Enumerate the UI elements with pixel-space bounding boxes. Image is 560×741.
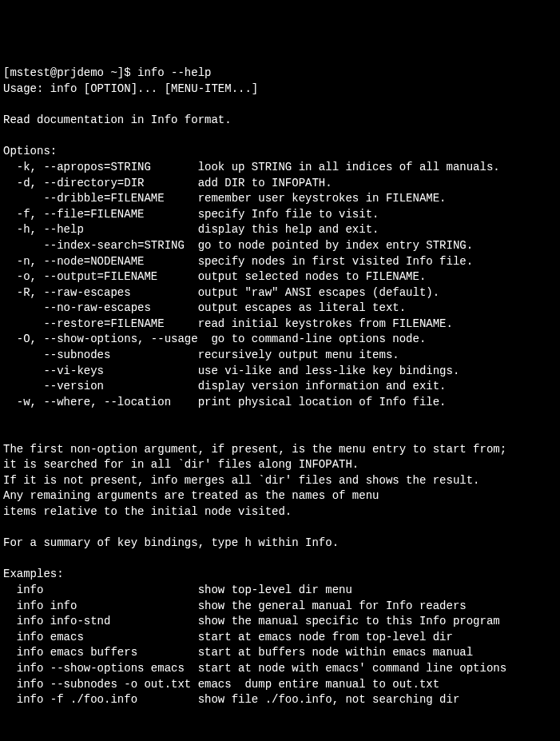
option-line: -f, --file=FILENAME specify Info file to… (3, 208, 379, 221)
option-desc: display this help and exit. (198, 223, 379, 236)
option-desc: output selected nodes to FILENAME. (198, 270, 427, 283)
para-line: If it is not present, info merges all `d… (3, 474, 480, 487)
example-line: info -f ./foo.info show file ./foo.info,… (3, 693, 459, 706)
example-line: info --show-options emacs start at node … (3, 662, 506, 675)
option-flag: --no-raw-escapes (3, 301, 198, 314)
example-cmd: info emacs (3, 631, 198, 643)
example-cmd: info --subnodes -o out.txt (3, 678, 198, 691)
option-flag: --subnodes (3, 349, 198, 361)
option-line: --vi-keys use vi-like and less-like key … (3, 365, 459, 377)
option-desc: read initial keystrokes from FILENAME. (198, 317, 453, 330)
option-desc: remember user keystrokes in FILENAME. (198, 192, 447, 205)
option-desc: output "raw" ANSI escapes (default). (198, 286, 439, 299)
example-line: info --subnodes -o out.txt emacs dump en… (3, 678, 439, 691)
option-flag: -R, --raw-escapes (3, 286, 198, 299)
example-cmd: info info (3, 600, 198, 612)
para-line: The first non-option argument, if presen… (3, 443, 506, 456)
example-cmd: info emacs buffers (3, 646, 198, 659)
blank-line (3, 98, 10, 111)
example-cmd: info info-stnd (3, 615, 198, 627)
option-desc: print physical location of Info file. (198, 396, 447, 408)
blank-line (3, 724, 10, 737)
example-cmd: info -f ./foo.info (3, 693, 198, 706)
option-line: -R, --raw-escapes output "raw" ANSI esca… (3, 286, 439, 299)
option-flag: --version (3, 380, 198, 392)
example-cmd: info --show-options emacs (3, 662, 198, 675)
typed-command: info --help (137, 66, 211, 79)
option-flag: -d, --directory=DIR (3, 177, 198, 189)
option-flag: --dribble=FILENAME (3, 192, 198, 205)
option-desc: go to node pointed by index entry STRING… (198, 239, 473, 252)
option-flag: --vi-keys (3, 365, 198, 377)
option-line: --dribble=FILENAME remember user keystro… (3, 192, 447, 205)
option-desc: add DIR to INFOPATH. (198, 177, 332, 189)
option-line: -d, --directory=DIR add DIR to INFOPATH. (3, 177, 332, 189)
option-line: -O, --show-options, --usage go to comman… (3, 333, 426, 345)
example-desc: start at node with emacs' command line o… (198, 662, 506, 675)
option-line: --subnodes recursively output menu items… (3, 349, 399, 361)
option-line: --restore=FILENAME read initial keystrok… (3, 317, 453, 330)
blank-line (3, 521, 10, 534)
example-line: info info-stnd show the manual specific … (3, 615, 500, 627)
option-desc: go to command-line options node. (198, 333, 427, 345)
options-list: -k, --apropos=STRING look up STRING in a… (3, 160, 557, 411)
option-flag: -w, --where, --location (3, 396, 198, 408)
example-cmd: info (3, 584, 198, 596)
option-desc: recursively output menu items. (198, 349, 399, 361)
option-desc: specify nodes in first visited Info file… (198, 255, 473, 268)
prompt-line: [mstest@prjdemo ~]$ info --help (3, 66, 211, 79)
example-desc: show file ./foo.info, not searching dir (198, 693, 460, 706)
option-line: -o, --output=FILENAME output selected no… (3, 270, 426, 283)
example-line: info emacs buffers start at buffers node… (3, 646, 473, 659)
blank-line (3, 552, 10, 565)
example-desc: show the general manual for Info readers (198, 600, 467, 612)
example-desc: show the manual specific to this Info pr… (198, 615, 500, 627)
option-desc: display version information and exit. (198, 380, 447, 392)
option-flag: -h, --help (3, 223, 198, 236)
read-doc-line: Read documentation in Info format. (3, 114, 232, 126)
option-line: --index-search=STRING go to node pointed… (3, 239, 473, 252)
blank-line (3, 129, 10, 142)
option-desc: specify Info file to visit. (198, 208, 379, 221)
option-line: -k, --apropos=STRING look up STRING in a… (3, 161, 500, 173)
option-flag: --index-search=STRING (3, 239, 198, 252)
option-flag: -k, --apropos=STRING (3, 161, 198, 173)
usage-line: Usage: info [OPTION]... [MENU-ITEM...] (3, 82, 258, 95)
options-header: Options: (3, 145, 57, 157)
option-flag: -f, --file=FILENAME (3, 208, 198, 221)
examples-list: info show top-level dir menu info info s… (3, 583, 557, 708)
option-desc: look up STRING in all indices of all man… (198, 161, 500, 173)
option-line: -h, --help display this help and exit. (3, 223, 379, 236)
example-line: info show top-level dir menu (3, 584, 352, 596)
example-line: info emacs start at emacs node from top-… (3, 631, 453, 643)
examples-header: Examples: (3, 568, 64, 580)
option-flag: -n, --node=NODENAME (3, 255, 198, 268)
option-line: --version display version information an… (3, 380, 447, 392)
terminal-output: [mstest@prjdemo ~]$ info --help Usage: i… (3, 66, 557, 741)
option-desc: output escapes as literal text. (198, 301, 406, 314)
para-line: items relative to the initial node visit… (3, 505, 292, 518)
shell-prompt: [mstest@prjdemo ~]$ (3, 66, 137, 79)
option-line: -w, --where, --location print physical l… (3, 396, 447, 408)
para-line: it is searched for in all `dir' files al… (3, 458, 359, 471)
option-flag: -o, --output=FILENAME (3, 270, 198, 283)
example-desc: start at buffers node within emacs manua… (198, 646, 473, 659)
example-desc: start at emacs node from top-level dir (198, 631, 453, 643)
example-line: info info show the general manual for In… (3, 600, 467, 612)
option-flag: --restore=FILENAME (3, 317, 198, 330)
option-flag: -O, --show-options, --usage (3, 333, 198, 345)
example-desc: show top-level dir menu (198, 584, 352, 596)
summary-line: For a summary of key bindings, type h wi… (3, 536, 339, 549)
option-line: -n, --node=NODENAME specify nodes in fir… (3, 255, 473, 268)
option-line: --no-raw-escapes output escapes as liter… (3, 301, 406, 314)
blank-line (3, 427, 10, 440)
para-line: Any remaining arguments are treated as t… (3, 489, 379, 502)
option-desc: use vi-like and less-like key bindings. (198, 365, 460, 377)
example-desc: emacs dump entire manual to out.txt (198, 678, 439, 691)
